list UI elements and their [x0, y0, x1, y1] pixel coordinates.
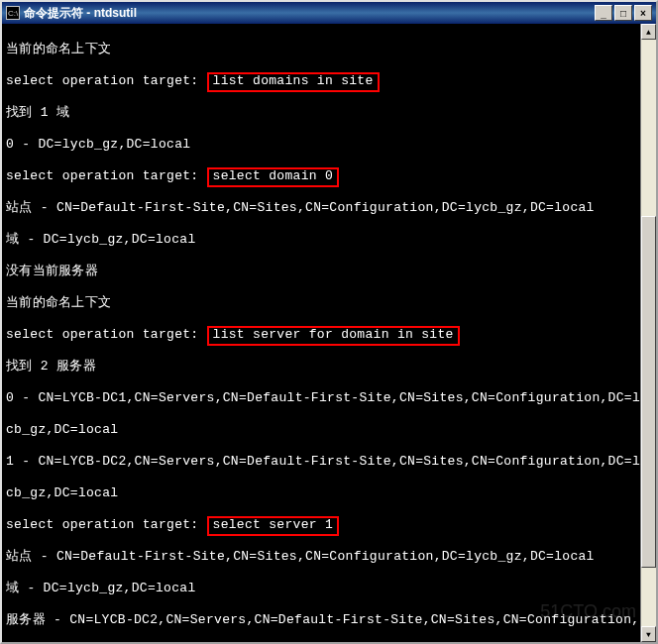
window-title: 命令提示符 - ntdsutil	[24, 5, 595, 22]
terminal-line: 0 - CN=LYCB-DC1,CN=Servers,CN=Default-Fi…	[6, 390, 652, 406]
terminal-line: 当前的命名上下文	[6, 42, 652, 57]
terminal-line: select operation target: list server for…	[6, 327, 652, 343]
terminal-line: 域 - DC=lycb_gz,DC=local	[6, 232, 652, 248]
minimize-button[interactable]: _	[595, 5, 612, 21]
terminal-line: 0 - DC=lycb_gz,DC=local	[6, 137, 652, 153]
cmd-icon: C:\	[6, 6, 20, 20]
terminal-line: cb_gz,DC=local	[6, 422, 652, 438]
highlight-command: select domain 0	[207, 167, 340, 187]
highlight-command: select server 1	[207, 516, 340, 536]
maximize-button[interactable]: □	[614, 5, 632, 21]
terminal-content: 当前的命名上下文 select operation target: list d…	[6, 26, 652, 642]
terminal-line: 没有当前服务器	[6, 264, 652, 279]
terminal-line: 站点 - CN=Default-First-Site,CN=Sites,CN=C…	[6, 200, 652, 216]
close-button[interactable]: ×	[634, 5, 652, 21]
terminal-line: 域 - DC=lycb_gz,DC=local	[6, 581, 652, 596]
terminal-line: 当前的命名上下文	[6, 295, 652, 311]
terminal-line: select operation target: select server 1	[6, 517, 652, 533]
scroll-up-button[interactable]: ▲	[641, 24, 656, 40]
terminal-line: 找到 1 域	[6, 105, 652, 121]
terminal-line: select operation target: select domain 0	[6, 168, 652, 184]
terminal-line: 站点 - CN=Default-First-Site,CN=Sites,CN=C…	[6, 549, 652, 565]
scroll-down-button[interactable]: ▼	[641, 626, 656, 642]
scroll-thumb[interactable]	[641, 216, 656, 568]
terminal-line: cb_gz,DC=local	[6, 485, 652, 501]
highlight-command: list server for domain in site	[207, 326, 460, 346]
terminal-line: 服务器 - CN=LYCB-DC2,CN=Servers,CN=Default-…	[6, 612, 652, 628]
window-controls: _ □ ×	[595, 5, 652, 21]
window-titlebar: C:\ 命令提示符 - ntdsutil _ □ ×	[2, 2, 656, 24]
scroll-track[interactable]	[641, 40, 656, 626]
terminal-line: select operation target: list domains in…	[6, 73, 652, 89]
terminal-line: 1 - CN=LYCB-DC2,CN=Servers,CN=Default-Fi…	[6, 454, 652, 470]
highlight-command: list domains in site	[207, 72, 380, 92]
terminal-viewport[interactable]: 当前的命名上下文 select operation target: list d…	[2, 24, 656, 642]
terminal-line: 找到 2 服务器	[6, 359, 652, 375]
vertical-scrollbar[interactable]: ▲ ▼	[640, 24, 656, 642]
